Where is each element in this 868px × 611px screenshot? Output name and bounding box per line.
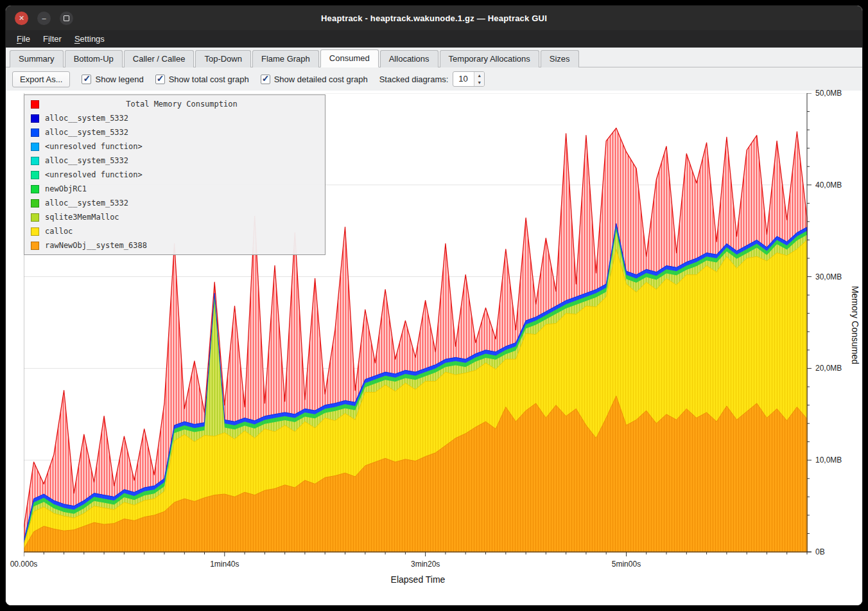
legend-swatch	[31, 227, 39, 236]
stacked-diagrams-control: Stacked diagrams: 10 ▲ ▼	[379, 71, 485, 87]
menu-filter[interactable]: Filter	[37, 31, 67, 46]
minimize-icon: –	[42, 14, 46, 22]
stacked-diagrams-spinbox[interactable]: 10 ▲ ▼	[453, 71, 485, 87]
legend-swatch	[31, 128, 39, 137]
legend-swatch	[31, 157, 39, 165]
x-axis-title: Elapsed Time	[24, 571, 812, 585]
tab-temporary-allocations[interactable]: Temporary Allocations	[440, 50, 539, 67]
checkbox-label: Show legend	[95, 75, 143, 84]
x-tick-label: 3min20s	[411, 560, 440, 569]
y-tick-label: 10,0MB	[815, 456, 842, 465]
legend-item: alloc__system_5332	[24, 111, 325, 125]
legend-label: newObjRC1	[45, 184, 87, 193]
tab-flame-graph[interactable]: Flame Graph	[252, 50, 319, 67]
checkbox-box[interactable]	[82, 75, 91, 84]
y-tick-label: 20,0MB	[815, 364, 842, 373]
tab-bottom-up[interactable]: Bottom-Up	[65, 50, 123, 67]
show-detailed-cost-checkbox[interactable]: Show detailed cost graph	[261, 75, 368, 84]
consumed-chart-panel: Total Memory Consumption alloc__system_5…	[6, 91, 862, 605]
show-total-cost-checkbox[interactable]: Show total cost graph	[155, 75, 249, 84]
legend-swatch-total	[31, 100, 39, 109]
legend-swatch	[31, 143, 39, 151]
x-tick-label: 5min00s	[612, 560, 641, 569]
tab-summary[interactable]: Summary	[10, 50, 64, 67]
spin-up-icon[interactable]: ▲	[474, 72, 484, 79]
legend-swatch	[31, 185, 39, 193]
legend-item: alloc__system_5332	[24, 125, 325, 139]
legend-item: alloc__system_5332	[24, 154, 325, 168]
legend-label: <unresolved function>	[45, 170, 143, 179]
maximize-icon	[64, 15, 69, 21]
y-axis-title-column: Memory Consumed	[846, 93, 863, 557]
legend-swatch	[31, 171, 39, 179]
close-icon: ✕	[19, 14, 24, 22]
heaptrack-window: ✕ – Heaptrack - heaptrack.wakunode.1.gz …	[5, 5, 863, 606]
stacked-diagrams-value[interactable]: 10	[453, 72, 474, 86]
tab-top-down[interactable]: Top-Down	[195, 50, 251, 67]
tab-allocations[interactable]: Allocations	[380, 50, 438, 67]
close-button[interactable]: ✕	[15, 12, 28, 25]
legend-swatch	[31, 114, 39, 123]
x-tick-label: 00.000s	[10, 560, 38, 569]
tab-bar: Summary Bottom-Up Caller / Callee Top-Do…	[6, 48, 862, 67]
y-axis-labels: 0B10,0MB20,0MB30,0MB40,0MB50,0MB	[812, 93, 846, 557]
x-axis-labels: 00.000s1min40s3min20s5min00s	[24, 557, 812, 571]
tab-consumed[interactable]: Consumed	[320, 49, 379, 67]
legend-swatch	[31, 242, 39, 250]
minimize-button[interactable]: –	[37, 12, 51, 25]
chart-legend: Total Memory Consumption alloc__system_5…	[24, 94, 326, 255]
legend-item: calloc	[24, 224, 325, 238]
legend-label: alloc__system_5332	[45, 128, 128, 137]
menu-bar: File Filter Settings	[6, 30, 862, 48]
legend-swatch	[31, 199, 39, 208]
legend-label: sqlite3MemMalloc	[45, 213, 119, 222]
legend-label: alloc__system_5332	[45, 199, 128, 208]
checkbox-label: Show total cost graph	[169, 75, 249, 84]
legend-item: rawNewObj__system_6388	[24, 238, 325, 252]
legend-item: <unresolved function>	[24, 168, 325, 182]
plot-area[interactable]: Total Memory Consumption alloc__system_5…	[24, 93, 812, 557]
menu-settings[interactable]: Settings	[69, 31, 110, 46]
y-tick-label: 50,0MB	[815, 89, 842, 98]
checkbox-box[interactable]	[155, 75, 165, 84]
legend-title: Total Memory Consumption	[45, 100, 318, 109]
checkbox-box[interactable]	[261, 75, 270, 84]
window-controls: ✕ –	[15, 6, 73, 30]
legend-label: rawNewObj__system_6388	[45, 241, 147, 250]
chart-toolbar: Export As... Show legend Show total cost…	[6, 67, 862, 91]
title-bar[interactable]: ✕ – Heaptrack - heaptrack.wakunode.1.gz …	[6, 6, 862, 30]
legend-item: sqlite3MemMalloc	[24, 210, 325, 224]
show-legend-checkbox[interactable]: Show legend	[82, 75, 143, 84]
legend-label: calloc	[45, 227, 73, 236]
legend-label: alloc__system_5332	[45, 114, 128, 123]
spin-down-icon[interactable]: ▼	[474, 79, 484, 86]
tab-caller-callee[interactable]: Caller / Callee	[124, 50, 195, 67]
menu-file[interactable]: File	[11, 31, 36, 46]
window-title: Heaptrack - heaptrack.wakunode.1.gz — He…	[6, 13, 862, 23]
legend-item: <unresolved function>	[24, 139, 325, 154]
legend-item: alloc__system_5332	[24, 196, 325, 210]
y-tick-label: 30,0MB	[815, 272, 842, 281]
maximize-button[interactable]	[60, 12, 73, 25]
legend-swatch	[31, 213, 39, 222]
legend-label: <unresolved function>	[45, 142, 143, 151]
checkbox-label: Show detailed cost graph	[274, 75, 368, 84]
tab-sizes[interactable]: Sizes	[541, 50, 579, 67]
stacked-diagrams-label: Stacked diagrams:	[379, 75, 449, 84]
legend-title-row: Total Memory Consumption	[24, 97, 325, 111]
legend-item: newObjRC1	[24, 182, 325, 196]
y-tick-label: 0B	[815, 547, 825, 556]
legend-label: alloc__system_5332	[45, 156, 128, 165]
y-axis-title: Memory Consumed	[850, 286, 860, 364]
x-tick-label: 1min40s	[210, 560, 239, 569]
y-tick-label: 40,0MB	[815, 181, 842, 190]
export-as-button[interactable]: Export As...	[12, 71, 70, 87]
